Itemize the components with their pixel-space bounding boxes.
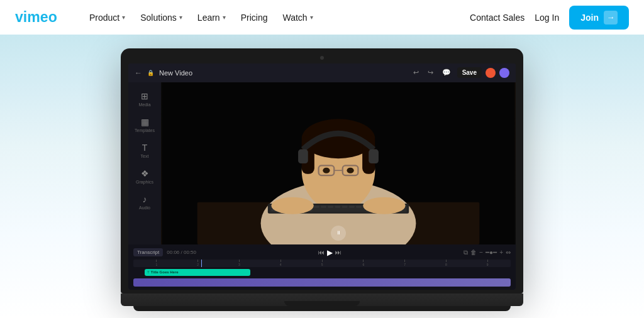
navbar: vimeo Product ▾ Solutions ▾ Learn ▾ Pric…: [0, 0, 644, 35]
laptop-screen: ← 🔒 New Video ↩ ↪ 💬 Save: [128, 63, 516, 290]
svg-point-39: [271, 197, 313, 214]
vimeo-logo[interactable]: vimeo: [15, 9, 65, 26]
svg-rect-29: [349, 206, 355, 207]
contact-sales-button[interactable]: Contact Sales: [470, 13, 525, 23]
topbar-right: ↩ ↪ 💬 Save: [411, 67, 509, 78]
timeline-ruler: 1 2 3 4 5 6 7 8 9: [133, 260, 511, 267]
sidebar-graphics[interactable]: ❖ Graphics: [131, 165, 158, 188]
templates-label: Templates: [135, 128, 155, 133]
pause-button[interactable]: ⏸: [331, 226, 346, 241]
editor-timeline: Transcript 00:06 / 00:50 ⏮ ▶ ⏭: [128, 244, 516, 290]
graphics-icon: ❖: [141, 168, 149, 178]
ruler-mark-8: 8: [425, 260, 467, 267]
svg-point-13: [347, 167, 353, 173]
nav-learn[interactable]: Learn ▾: [191, 9, 232, 26]
undo-icon[interactable]: ↩: [411, 67, 421, 78]
time-display: 00:06 / 00:50: [167, 249, 196, 255]
join-arrow-icon: →: [604, 11, 618, 25]
sidebar-media[interactable]: ⊞ Media: [131, 87, 158, 111]
comment-icon[interactable]: 💬: [440, 67, 453, 78]
nav-product[interactable]: Product ▾: [83, 9, 131, 26]
svg-text:vimeo: vimeo: [15, 9, 57, 25]
learn-chevron-icon: ▾: [223, 14, 226, 21]
ruler-mark-5: 5: [301, 260, 343, 267]
text-label: Text: [141, 154, 149, 158]
timeline-right: ⧉ 🗑 − ━●━ + ⇔: [464, 249, 511, 256]
zoom-slider[interactable]: ━●━: [486, 249, 497, 256]
laptop-screen-outer: ← 🔒 New Video ↩ ↪ 💬 Save: [121, 48, 523, 293]
timeline-left: Transcript 00:06 / 00:50: [133, 248, 196, 256]
profile-avatar[interactable]: [499, 68, 509, 78]
ruler-mark-1: 1: [136, 260, 177, 267]
timeline-center: ⏮ ▶ ⏭: [318, 248, 341, 257]
timeline-controls: Transcript 00:06 / 00:50 ⏮ ▶ ⏭: [133, 248, 511, 257]
caption-track-icon: T: [147, 270, 150, 274]
svg-rect-25: [321, 206, 326, 207]
main-content: ← 🔒 New Video ↩ ↪ 💬 Save: [0, 35, 644, 318]
sidebar-text[interactable]: T Text: [131, 139, 158, 162]
timeline-tracks: T Title Goes Here: [133, 269, 511, 287]
video-preview: ⏸: [161, 82, 516, 244]
skip-back-button[interactable]: ⏮: [318, 249, 325, 256]
skip-forward-button[interactable]: ⏭: [335, 249, 341, 256]
ruler-mark-2: 2: [177, 260, 219, 267]
nav-pricing[interactable]: Pricing: [235, 9, 274, 26]
video-frame: ⏸: [161, 82, 516, 244]
delete-icon[interactable]: 🗑: [470, 249, 477, 256]
audio-label: Audio: [139, 206, 150, 210]
ruler-marks: 1 2 3 4 5 6 7 8 9: [133, 260, 511, 267]
save-button[interactable]: Save: [457, 67, 482, 78]
svg-rect-24: [314, 206, 319, 207]
playhead[interactable]: [201, 260, 202, 267]
laptop-mockup: ← 🔒 New Video ↩ ↪ 💬 Save: [121, 48, 523, 311]
ruler-mark-6: 6: [343, 260, 384, 267]
media-icon: ⊞: [141, 91, 148, 101]
templates-icon: ▦: [141, 117, 149, 127]
laptop-foot: [133, 306, 511, 311]
login-button[interactable]: Log In: [535, 13, 559, 23]
svg-rect-28: [342, 206, 348, 207]
zoom-in-icon[interactable]: +: [499, 249, 503, 256]
lock-icon: 🔒: [147, 70, 154, 76]
caption-track-text: Title Goes Here: [151, 270, 179, 274]
back-button[interactable]: ←: [135, 69, 142, 77]
ruler-mark-3: 3: [219, 260, 260, 267]
nav-items: Product ▾ Solutions ▾ Learn ▾ Pricing Wa…: [83, 9, 470, 26]
video-editor: ← 🔒 New Video ↩ ↪ 💬 Save: [128, 63, 516, 290]
svg-point-12: [323, 167, 330, 173]
product-chevron-icon: ▾: [122, 14, 125, 21]
ruler-mark-4: 4: [260, 260, 301, 267]
zoom-out-icon[interactable]: −: [479, 249, 483, 256]
audio-icon: ♪: [143, 194, 147, 204]
camera-dot: [320, 56, 324, 60]
svg-rect-15: [369, 149, 379, 163]
nav-watch[interactable]: Watch ▾: [276, 9, 319, 26]
main-video-track[interactable]: [133, 278, 511, 287]
solutions-chevron-icon: ▾: [179, 14, 182, 21]
ruler-mark-9: 9: [467, 260, 508, 267]
nav-solutions[interactable]: Solutions ▾: [134, 9, 189, 26]
play-button[interactable]: ▶: [327, 248, 333, 257]
topbar-left: ← 🔒 New Video: [135, 69, 192, 77]
ruler-mark-7: 7: [384, 260, 426, 267]
sidebar-audio[interactable]: ♪ Audio: [131, 190, 158, 214]
join-button[interactable]: Join →: [569, 6, 629, 30]
graphics-label: Graphics: [136, 180, 153, 184]
video-title: New Video: [159, 69, 192, 77]
copy-icon[interactable]: ⧉: [464, 249, 468, 256]
fit-icon[interactable]: ⇔: [506, 249, 511, 256]
sidebar-templates[interactable]: ▦ Templates: [131, 113, 158, 136]
laptop-base: [121, 293, 523, 306]
svg-rect-14: [298, 149, 308, 163]
editor-topbar: ← 🔒 New Video ↩ ↪ 💬 Save: [128, 63, 516, 82]
editor-sidebar: ⊞ Media ▦ Templates T Text: [128, 82, 161, 244]
text-icon: T: [142, 143, 148, 153]
media-label: Media: [138, 102, 150, 107]
record-button[interactable]: [486, 68, 496, 78]
caption-track[interactable]: T Title Goes Here: [145, 269, 250, 276]
svg-point-40: [363, 197, 405, 214]
editor-body: ⊞ Media ▦ Templates T Text: [128, 82, 516, 244]
watch-chevron-icon: ▾: [310, 14, 313, 21]
svg-rect-27: [335, 206, 340, 207]
redo-icon[interactable]: ↪: [425, 67, 436, 78]
